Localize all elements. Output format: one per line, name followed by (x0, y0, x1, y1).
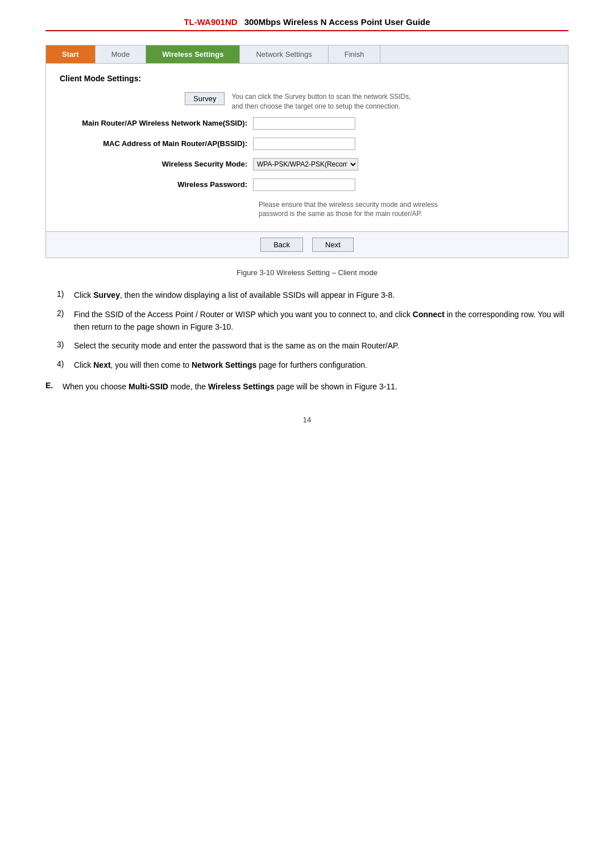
password-label: Wireless Password: (60, 180, 253, 189)
wizard-nav-mode[interactable]: Mode (96, 45, 147, 63)
bssid-input[interactable] (253, 138, 355, 150)
wizard-panel: Start Mode Wireless Settings Network Set… (45, 45, 569, 258)
document-title: 300Mbps Wireless N Access Point User Gui… (244, 17, 430, 27)
document-header: TL-WA901ND 300Mbps Wireless N Access Poi… (45, 17, 569, 31)
wizard-nav-start[interactable]: Start (46, 45, 96, 63)
wizard-nav-finish[interactable]: Finish (329, 45, 381, 63)
instruction-text-1: Click Survey, then the window displaying… (74, 289, 395, 302)
survey-hint: You can click the Survey button to scan … (231, 92, 413, 111)
instruction-text-3: Select the security mode and enter the p… (74, 340, 400, 352)
section-title: Client Mode Settings: (60, 74, 554, 83)
security-mode-select[interactable]: WPA-PSK/WPA2-PSK(Recomm None WEP WPA-PSK… (253, 158, 358, 171)
instruction-num-4: 4) (57, 359, 74, 368)
wizard-nav-wireless[interactable]: Wireless Settings (146, 45, 240, 63)
password-hint: Please ensure that the wireless security… (259, 200, 441, 219)
survey-row: Survey You can click the Survey button t… (60, 92, 554, 111)
letter-e-text: When you choose Multi-SSID mode, the Wir… (63, 381, 397, 393)
wizard-body: Client Mode Settings: Survey You can cli… (46, 64, 568, 231)
figure-caption: Figure 3-10 Wireless Setting – Client mo… (45, 268, 569, 277)
instruction-1: 1) Click Survey, then the window display… (57, 289, 569, 302)
next-button[interactable]: Next (312, 238, 354, 252)
wizard-nav: Start Mode Wireless Settings Network Set… (46, 45, 568, 64)
security-mode-row: Wireless Security Mode: WPA-PSK/WPA2-PSK… (60, 158, 554, 171)
letter-e: E. (45, 381, 63, 390)
instruction-3: 3) Select the security mode and enter th… (57, 340, 569, 352)
wizard-nav-network[interactable]: Network Settings (240, 45, 328, 63)
ssid-row: Main Router/AP Wireless Network Name(SSI… (60, 117, 554, 130)
model-name: TL-WA901ND (184, 17, 237, 27)
instruction-num-1: 1) (57, 289, 74, 298)
lettered-item-e: E. When you choose Multi-SSID mode, the … (45, 381, 569, 393)
instruction-num-2: 2) (57, 309, 74, 318)
instruction-num-3: 3) (57, 340, 74, 349)
ssid-label: Main Router/AP Wireless Network Name(SSI… (60, 119, 253, 127)
security-mode-label: Wireless Security Mode: (60, 160, 253, 168)
instruction-2: 2) Find the SSID of the Access Point / R… (57, 309, 569, 333)
page-number: 14 (45, 416, 569, 424)
instruction-4: 4) Click Next, you will then come to Net… (57, 359, 569, 372)
lettered-items: E. When you choose Multi-SSID mode, the … (45, 381, 569, 393)
form-area: Main Router/AP Wireless Network Name(SSI… (60, 117, 554, 194)
wizard-actions: Back Next (46, 231, 568, 258)
back-button[interactable]: Back (260, 238, 303, 252)
bssid-label: MAC Address of Main Router/AP(BSSID): (60, 139, 253, 148)
instructions-list: 1) Click Survey, then the window display… (57, 289, 569, 371)
password-input[interactable] (253, 178, 355, 191)
ssid-input[interactable] (253, 117, 355, 130)
instruction-text-2: Find the SSID of the Access Point / Rout… (74, 309, 569, 333)
bssid-row: MAC Address of Main Router/AP(BSSID): (60, 138, 554, 150)
password-row: Wireless Password: (60, 178, 554, 191)
survey-button[interactable]: Survey (185, 92, 225, 105)
instruction-text-4: Click Next, you will then come to Networ… (74, 359, 367, 372)
